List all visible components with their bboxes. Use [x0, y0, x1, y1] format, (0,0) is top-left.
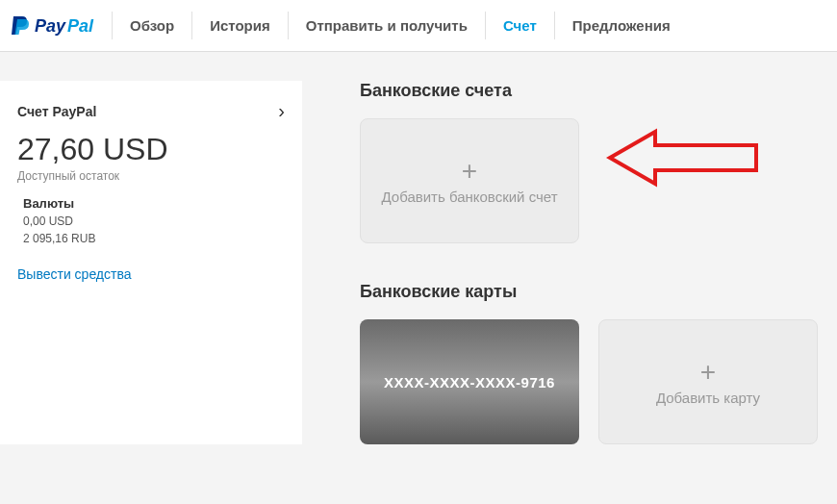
card-number: XXXX-XXXX-XXXX-9716 [384, 374, 555, 391]
balance-value: 27,60 USD [17, 132, 285, 167]
add-bank-account-tile[interactable]: + Добавить банковский счет [360, 118, 579, 243]
currency-line-rub: 2 095,16 RUB [17, 232, 285, 245]
nav-overview[interactable]: Обзор [113, 0, 191, 51]
nav-send-receive[interactable]: Отправить и получить [289, 0, 485, 51]
balance-sub: Доступный остаток [17, 169, 285, 183]
paypal-logo[interactable]: Pay Pal [10, 13, 112, 38]
nav-wallet[interactable]: Счет [486, 0, 554, 51]
nav-offers[interactable]: Предложения [555, 0, 688, 51]
bank-accounts-title: Банковские счета [360, 81, 818, 101]
card-tile[interactable]: XXXX-XXXX-XXXX-9716 [360, 319, 579, 444]
balance-panel: Счет PayPal › 27,60 USD Доступный остато… [0, 81, 302, 444]
plus-icon: + [700, 359, 716, 386]
currency-line-usd: 0,00 USD [17, 214, 285, 228]
svg-text:Pal: Pal [67, 16, 94, 36]
add-bank-account-label: Добавить банковский счет [369, 189, 569, 205]
plus-icon: + [462, 158, 477, 185]
account-title: Счет PayPal [17, 104, 96, 119]
nav-history[interactable]: История [192, 0, 288, 51]
svg-text:Pay: Pay [35, 16, 66, 36]
currencies-title: Валюты [17, 196, 285, 211]
paypal-account-row[interactable]: Счет PayPal › [17, 100, 285, 122]
withdraw-link[interactable]: Вывести средства [17, 266, 132, 282]
bank-cards-title: Банковские карты [360, 282, 818, 302]
chevron-right-icon: › [278, 100, 285, 122]
add-card-label: Добавить карту [645, 390, 772, 406]
add-card-tile[interactable]: + Добавить карту [598, 319, 818, 444]
